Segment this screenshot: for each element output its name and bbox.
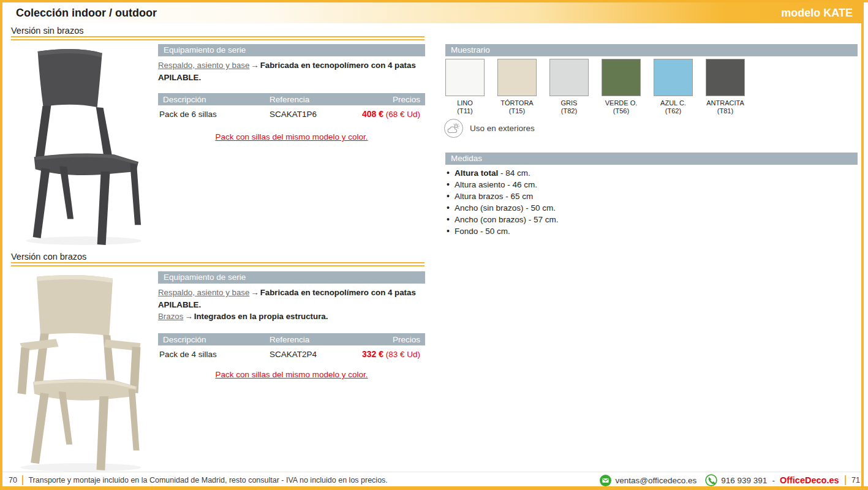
col-precios: Precios (339, 95, 425, 104)
swatch-azul: AZUL C. (T62) (654, 59, 693, 115)
col-descripcion: Descripción (158, 335, 270, 344)
swatch-lino: LINO (T11) (445, 59, 485, 115)
price-table-row: Pack de 4 sillas SCAKAT2P4 332 € (83 € U… (158, 348, 425, 360)
swatch-color-box (602, 59, 641, 96)
equipment-specs: Respaldo, asiento y base→Fabricada en te… (158, 287, 428, 323)
page-number-right: 71 (851, 476, 860, 484)
price-table-header: Descripción Referencia Precios (158, 333, 425, 345)
price-total: 332 € (362, 349, 383, 359)
footer-right: ventas@officedeco.es 916 939 391 - Offic… (600, 473, 861, 488)
medida-item: Ancho (con brazos) - 57 cm. (447, 214, 558, 225)
frame-left-stripe (0, 0, 2, 490)
section-title-sin-brazos: Versión sin brazos (11, 26, 83, 36)
equipment-specs: Respaldo, asiento y base→Fabricada en te… (158, 59, 428, 83)
weather-icon (444, 119, 463, 138)
price-per-unit: (68 € Ud) (386, 110, 420, 119)
swatch-color-box (549, 59, 589, 96)
phone-icon (705, 474, 717, 486)
email-icon (600, 475, 611, 486)
equipment-header: Equipamiento de serie (158, 44, 425, 56)
catalog-page: Colección indoor / outdoor modelo KATE V… (0, 0, 868, 490)
footer-left: 70 Transporte y montaje incluido en la C… (9, 474, 388, 486)
outdoor-use: Uso en exteriores (444, 119, 535, 138)
swatch-color-box (706, 59, 745, 96)
footer-orange-divider (845, 475, 847, 485)
swatch-verde: VERDE O. (T56) (602, 59, 641, 115)
model-name: modelo KATE (781, 7, 861, 20)
medida-item: Altura asiento - 46 cm. (447, 179, 558, 190)
col-descripcion: Descripción (158, 95, 270, 104)
spec-label: Brazos (158, 312, 183, 321)
col-referencia: Referencia (270, 95, 339, 104)
pack-note-link[interactable]: Pack con sillas del mismo modelo y color… (158, 370, 425, 379)
swatch-tortora: TÓRTORA (T15) (497, 59, 537, 115)
pack-description: Pack de 6 sillas (158, 110, 270, 119)
spec-line: Brazos→Integrados en la propia estructur… (158, 311, 428, 323)
section-divider (11, 36, 425, 40)
medida-item: Fondo - 50 cm. (447, 225, 558, 237)
swatch-row: LINO (T11) TÓRTORA (T15) GRIS (T82) VERD… (445, 59, 758, 115)
swatch-color-box (497, 59, 537, 96)
arrow-icon: → (249, 61, 260, 70)
spec-line: Respaldo, asiento y base→Fabricada en te… (158, 59, 428, 83)
footer-dash: - (772, 476, 775, 485)
swatch-gris: GRIS (T82) (549, 59, 589, 115)
footer-brand-link[interactable]: OfficeDeco.es (780, 475, 839, 485)
swatch-antracita: ANTRACITA (T81) (706, 59, 745, 115)
outdoor-label: Uso en exteriores (470, 124, 535, 133)
price-table-header: Descripción Referencia Precios (158, 93, 425, 105)
medidas-header: Medidas (445, 153, 858, 165)
price-total: 408 € (362, 109, 383, 119)
page-number-left: 70 (9, 476, 17, 484)
swatch-color-box (445, 59, 485, 96)
col-referencia: Referencia (270, 335, 339, 344)
equipment-header: Equipamiento de serie (158, 271, 425, 284)
spec-line: Respaldo, asiento y base→Fabricada en te… (158, 287, 428, 311)
page-header: Colección indoor / outdoor modelo KATE (2, 2, 861, 23)
section-title-con-brazos: Versión con brazos (11, 252, 86, 262)
spec-label: Respaldo, asiento y base (158, 61, 249, 70)
pack-price: 408 € (68 € Ud) (339, 109, 425, 119)
medida-item: Ancho (sin brazos) - 50 cm. (447, 202, 558, 214)
footer-divider (2, 472, 861, 472)
pack-price: 332 € (83 € Ud) (339, 349, 425, 359)
swatch-color-box (654, 59, 693, 96)
pack-reference: SCAKAT2P4 (270, 350, 339, 359)
pack-reference: SCAKAT1P6 (270, 110, 339, 119)
footer-orange-divider (22, 475, 24, 485)
footer-phone: 916 939 391 (721, 476, 767, 485)
arrow-icon: → (183, 312, 194, 321)
medida-item: Altura total - 84 cm. (447, 167, 558, 179)
frame-right-stripe (861, 0, 864, 490)
muestrario-header: Muestrario (445, 44, 858, 56)
chair-photo-sin-brazos (11, 43, 145, 249)
footer-note: Transporte y montaje incluido en la Comu… (28, 476, 387, 484)
pack-description: Pack de 4 sillas (158, 350, 270, 359)
spec-label: Respaldo, asiento y base (158, 288, 249, 297)
price-per-unit: (83 € Ud) (386, 350, 420, 359)
footer-email[interactable]: ventas@officedeco.es (616, 476, 697, 485)
price-table-row: Pack de 6 sillas SCAKAT1P6 408 € (68 € U… (158, 108, 425, 120)
pack-note-link[interactable]: Pack con sillas del mismo modelo y color… (158, 132, 425, 141)
medida-item: Altura brazos - 65 cm (447, 190, 558, 202)
chair-photo-con-brazos (11, 271, 145, 475)
col-precios: Precios (339, 335, 425, 344)
collection-title: Colección indoor / outdoor (2, 7, 157, 20)
medidas-list: Altura total - 84 cm. Altura asiento - 4… (447, 167, 558, 237)
section-divider (11, 262, 425, 266)
arrow-icon: → (249, 288, 260, 297)
